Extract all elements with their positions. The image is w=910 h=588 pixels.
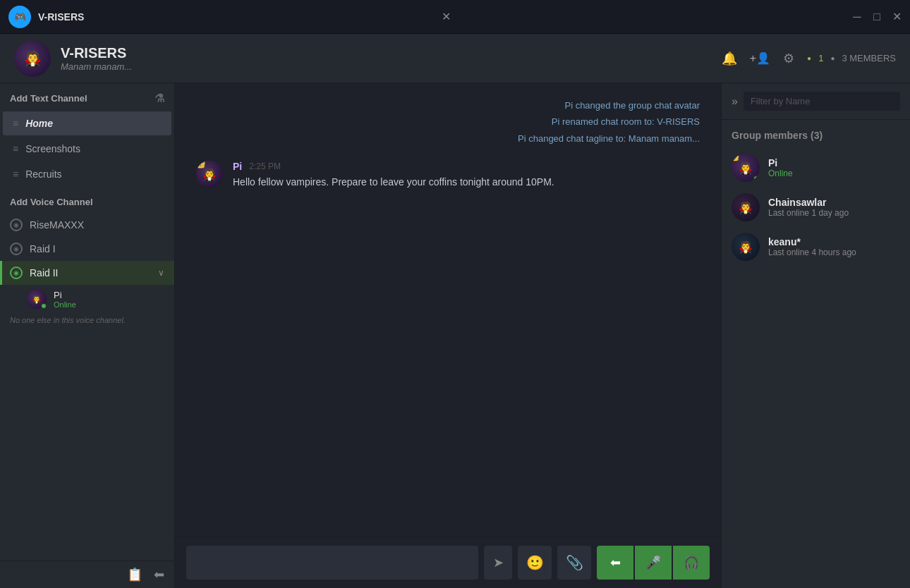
attach-button[interactable]: 📎 [557,546,591,580]
server-subtitle: Manam manam... [61,61,722,72]
message-text: Hello fellow vampires. Prepare to leave … [233,175,700,190]
chat-input[interactable] [186,546,478,580]
voice-section-header: Add Voice Channel [0,187,174,213]
maximize-button[interactable]: □ [872,12,882,22]
voice-user-status-text: Online [54,300,76,309]
header-actions: 🔔 +👤 ⚙ ● 1 ● 3 MEMBERS [722,51,896,66]
member-avatar-pi: 👑 🧛 [732,154,760,182]
member-status-chainsawlar: Last online 1 day ago [768,208,900,218]
settings-button[interactable]: ⚙ [783,51,794,66]
member-avatar-keanu: 🧛 [732,233,760,261]
hamburger-icon: ≡ [13,118,18,129]
group-members-label: Group members [732,130,808,141]
voice-channel-raid-ii[interactable]: ◉ Raid II ∨ [0,261,174,285]
add-friend-button[interactable]: +👤 [750,51,770,65]
sidebar-bottom-bar: 📋 ⬅ [0,561,174,588]
message-header: Pi 2:25 PM [233,161,700,172]
headset-button[interactable]: 🎧 [673,546,710,580]
app-icon: 🎮 [8,6,31,28]
system-messages: Pi changed the group chat avatar Pi rena… [196,97,700,147]
member-item-chainsawlar[interactable]: 🧛 Chainsawlar Last online 1 day ago [722,188,910,227]
sidebar-item-home[interactable]: ≡ Home [3,111,171,135]
mic-button[interactable]: 🎤 [635,546,672,580]
member-info-pi: Pi Online [768,157,900,178]
hamburger-icon-3: ≡ [13,169,18,180]
message-time: 2:25 PM [249,161,281,171]
voice-channel-icon-raid-ii: ◉ [10,267,23,279]
filter-input[interactable] [744,92,900,111]
close-tab-button[interactable]: ✕ [442,10,451,23]
voice-channel-risemaxxx[interactable]: ◉ RiseMAXXX [0,213,174,237]
voice-action-buttons: ⬅ 🎤 🎧 [597,546,710,580]
voice-channel-icon-raid-i: ◉ [10,243,23,255]
active-voice-user: 🧛 Pi Online [0,285,174,313]
sidebar-item-recruits-label: Recruits [25,169,61,180]
member-status-keanu: Last online 4 hours ago [768,247,900,257]
group-members-title: Group members (3) [722,120,910,148]
member-name-pi: Pi [768,157,900,169]
crown-icon: 👑 [196,161,206,169]
chevron-down-icon: ∨ [158,268,164,278]
member-status-pi: Online [768,169,900,178]
member-name-chainsawlar: Chainsawlar [768,197,900,208]
chat-area: Pi changed the group chat avatar Pi rena… [175,83,721,588]
join-channel-button[interactable]: ⬅ [154,567,164,582]
message-avatar: 👑 🧛 [196,161,223,188]
voice-channel-raid-i[interactable]: ◉ Raid I [0,237,174,261]
online-count: 1 [818,53,823,63]
notifications-button[interactable]: 🔔 [722,51,737,66]
crown-icon-pi: 👑 [732,154,740,161]
send-button[interactable]: ➤ [484,546,512,580]
voice-channel-raid-ii-label: Raid II [30,267,151,278]
member-item-pi[interactable]: 👑 🧛 Pi Online [722,148,910,188]
sidebar: Add Text Channel ⚗ ≡ Home ≡ Screenshots … [0,83,175,588]
voice-user-name: Pi [54,290,76,300]
right-panel-header: » [722,83,910,120]
voice-user-avatar: 🧛 [27,289,47,309]
sidebar-item-screenshots-label: Screenshots [25,143,80,154]
text-section-header: Add Text Channel ⚗ [0,83,174,111]
main-layout: Add Text Channel ⚗ ≡ Home ≡ Screenshots … [0,83,910,588]
member-avatar-chainsawlar: 🧛 [732,193,760,221]
voice-channel-raid-i-label: Raid I [30,243,164,255]
add-voice-channel-label[interactable]: Add Voice Channel [10,197,93,207]
manage-channel-button[interactable]: 📋 [127,567,142,582]
members-count: 3 MEMBERS [842,53,896,63]
server-info: V-RISERS Manam manam... [61,45,722,72]
titlebar: 🎮 V-RISERS ✕ ─ □ ✕ [0,0,910,34]
voice-channel-icon-risemaxxx: ◉ [10,219,23,231]
member-item-keanu[interactable]: 🧛 keanu* Last online 4 hours ago [722,227,910,267]
window-controls: ─ □ ✕ [852,12,902,22]
close-button[interactable]: ✕ [892,12,902,22]
online-dot: ● [807,54,811,62]
hamburger-icon-2: ≡ [13,143,18,154]
right-panel: » Group members (3) 👑 🧛 Pi Online 🧛 [721,83,910,588]
add-text-channel-label[interactable]: Add Text Channel [10,93,87,104]
voice-user-info: Pi Online [54,290,76,309]
voice-channel-risemaxxx-label: RiseMAXXX [30,219,164,231]
member-info-keanu: keanu* Last online 4 hours ago [768,236,900,257]
sidebar-item-screenshots[interactable]: ≡ Screenshots [3,137,171,161]
sidebar-item-home-label: Home [25,118,53,129]
minimize-button[interactable]: ─ [852,12,862,22]
member-count: (3) [811,130,823,141]
member-name-keanu: keanu* [768,236,900,247]
system-message-3: Pi changed chat tagline to: Manam manam.… [196,130,700,147]
sidebar-item-recruits[interactable]: ≡ Recruits [3,162,171,186]
server-avatar: 🧛 [14,40,51,77]
panel-toggle-button[interactable]: » [732,95,738,108]
add-text-channel-icon[interactable]: ⚗ [154,92,164,105]
chat-messages: Pi changed the group chat avatar Pi rena… [175,83,721,537]
push-to-talk-button[interactable]: ⬅ [597,546,633,580]
member-info-chainsawlar: Chainsawlar Last online 1 day ago [768,197,900,218]
emoji-button[interactable]: 🙂 [518,546,552,580]
server-avatar-image: 🧛 [14,40,51,77]
message-username: Pi [233,161,242,172]
message-item: 👑 🧛 Pi 2:25 PM Hello fellow vampires. Pr… [196,161,700,190]
system-message-2: Pi renamed chat room to: V-RISERS [196,114,700,130]
voice-user-online-indicator [41,303,47,309]
members-info: ● 1 ● 3 MEMBERS [807,53,896,63]
chat-input-area: ➤ 🙂 📎 ⬅ 🎤 🎧 [175,537,721,588]
system-message-1: Pi changed the group chat avatar [196,97,700,114]
voice-no-one-message: No one else in this voice channel. [0,313,174,330]
